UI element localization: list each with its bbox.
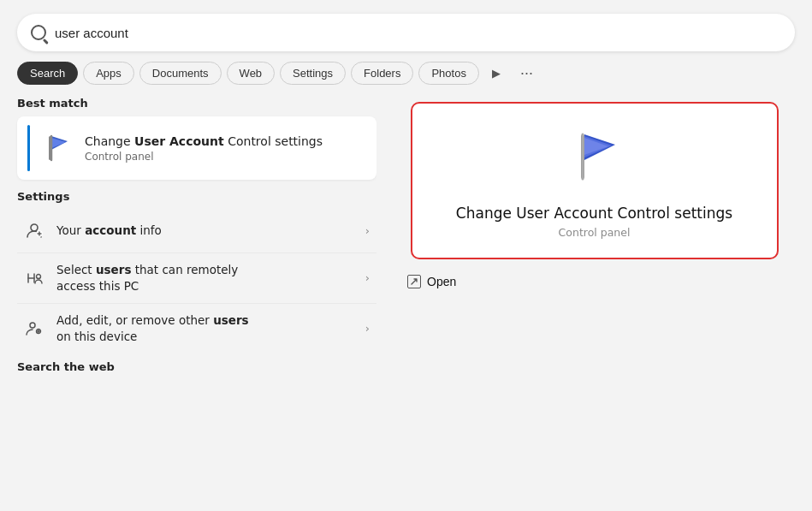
tab-apps[interactable]: Apps: [83, 62, 134, 85]
settings-item-account-info[interactable]: Your account info ›: [17, 208, 376, 253]
best-match-text: Change User Account Control settings Con…: [85, 134, 323, 163]
settings-item-manage-users[interactable]: Add, edit, or remove other userson this …: [17, 304, 376, 354]
svg-point-12: [30, 323, 35, 328]
tab-folders[interactable]: Folders: [351, 62, 413, 85]
filter-tabs: Search Apps Documents Web Settings Folde…: [0, 60, 812, 86]
settings-section-title: Settings: [17, 190, 376, 203]
right-panel: Change User Account Control settings Con…: [376, 93, 812, 505]
settings-item-remote-users[interactable]: Select users that can remotelyaccess thi…: [17, 253, 376, 304]
open-button[interactable]: Open: [407, 275, 456, 288]
external-link-icon: [407, 275, 421, 288]
preview-flag-icon: [566, 128, 624, 189]
best-match-title: Best match: [17, 97, 376, 110]
search-input[interactable]: user account: [55, 26, 781, 40]
more-tabs-button[interactable]: ▶: [484, 62, 508, 86]
best-match-item-subtitle: Control panel: [85, 151, 323, 163]
overflow-menu-button[interactable]: ···: [513, 60, 540, 86]
tab-settings[interactable]: Settings: [280, 62, 346, 85]
settings-section: Settings Your account info ›: [17, 190, 376, 354]
main-content: Best match Change User Account Control s…: [0, 93, 812, 505]
search-web-section: Search the web: [17, 360, 376, 373]
selection-indicator: [27, 125, 30, 171]
svg-point-11: [37, 274, 41, 278]
settings-item-manage-users-text: Add, edit, or remove other userson this …: [56, 312, 357, 345]
preview-card: Change User Account Control settings Con…: [411, 102, 779, 259]
chevron-right-icon-3: ›: [365, 322, 370, 335]
best-match-app-icon: [40, 131, 74, 165]
tab-web[interactable]: Web: [227, 62, 276, 85]
search-bar: user account: [17, 14, 795, 51]
open-label: Open: [427, 275, 456, 288]
svg-point-4: [31, 224, 38, 231]
preview-title: Change User Account Control settings: [456, 205, 732, 222]
best-match-item[interactable]: Change User Account Control settings Con…: [17, 116, 376, 180]
left-panel: Best match Change User Account Control s…: [0, 93, 376, 505]
settings-item-account-info-text: Your account info: [56, 223, 357, 239]
best-match-item-title: Change User Account Control settings: [85, 134, 323, 149]
tab-documents[interactable]: Documents: [139, 62, 222, 85]
search-icon: [31, 25, 46, 40]
settings-item-remote-users-text: Select users that can remotelyaccess thi…: [56, 262, 357, 294]
tab-photos[interactable]: Photos: [418, 62, 478, 85]
tab-search[interactable]: Search: [17, 62, 78, 85]
account-icon: [21, 217, 48, 244]
preview-subtitle: Control panel: [559, 226, 631, 239]
chevron-right-icon-2: ›: [365, 271, 370, 284]
remote-users-icon: [21, 264, 48, 292]
manage-users-icon: [21, 315, 48, 342]
chevron-right-icon: ›: [365, 224, 370, 237]
search-web-title: Search the web: [17, 360, 376, 373]
